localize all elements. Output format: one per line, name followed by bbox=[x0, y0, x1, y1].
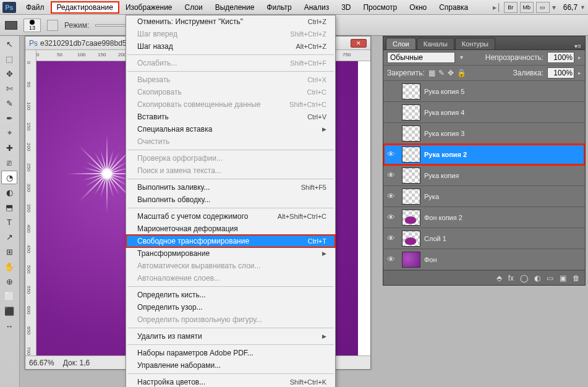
workspace-switcher[interactable]: ▾ bbox=[552, 3, 556, 12]
menu-просмотр[interactable]: Просмотр bbox=[357, 1, 403, 14]
tool-16[interactable]: ⊕ bbox=[1, 274, 17, 288]
tool-12[interactable]: T bbox=[1, 215, 17, 229]
menu-item[interactable]: Выполнить обводку... bbox=[126, 194, 335, 206]
tool-4[interactable]: ✎ bbox=[1, 96, 17, 110]
opacity-input[interactable]: 100% bbox=[547, 52, 574, 63]
lock-position-icon[interactable]: ✥ bbox=[448, 69, 454, 77]
menu-анализ[interactable]: Анализ bbox=[298, 1, 336, 14]
close-button[interactable]: ✕ bbox=[351, 39, 367, 48]
panel-tab-Каналы[interactable]: Каналы bbox=[417, 38, 454, 49]
menu-item[interactable]: Удалить из памяти bbox=[126, 330, 335, 342]
visibility-toggle[interactable]: 👁 bbox=[383, 213, 398, 222]
menu-изображение[interactable]: Изображение bbox=[119, 1, 179, 14]
tool-6[interactable]: ⌖ bbox=[1, 126, 17, 140]
link-layers-icon[interactable]: ⬘ bbox=[496, 274, 502, 283]
layer-row[interactable]: Рука копия 3 bbox=[383, 123, 585, 144]
visibility-toggle[interactable]: 👁 bbox=[383, 234, 398, 243]
menu-item[interactable]: Масштаб с учетом содержимогоAlt+Shift+Ct… bbox=[126, 210, 335, 223]
menu-item: Определить произвольную фигуру... bbox=[126, 313, 335, 326]
menu-item[interactable]: Определить кисть... bbox=[126, 289, 335, 301]
tool-1[interactable]: ⬚ bbox=[1, 52, 17, 66]
tool-14[interactable]: ⊞ bbox=[1, 245, 17, 258]
menu-item[interactable]: Свободное трансформированиеCtrl+T bbox=[126, 235, 335, 247]
visibility-toggle[interactable]: 👁 bbox=[383, 192, 398, 201]
tool-9[interactable]: ◔ bbox=[1, 171, 17, 184]
mask-icon[interactable]: ◯ bbox=[520, 274, 528, 283]
chevron-right-icon[interactable]: ▸ bbox=[578, 54, 581, 61]
layer-row[interactable]: 👁Фон bbox=[383, 249, 585, 270]
menu-item[interactable]: Наборы параметров Adobe PDF... bbox=[126, 347, 335, 359]
tool-11[interactable]: ⬒ bbox=[1, 200, 17, 214]
tool-preset[interactable] bbox=[5, 21, 17, 30]
tool-17[interactable]: ⬜ bbox=[1, 289, 17, 303]
bridge-button[interactable]: Br bbox=[504, 2, 518, 13]
layer-row[interactable]: 👁Слой 1 bbox=[383, 228, 585, 249]
chevron-right-icon[interactable]: ▸ bbox=[578, 70, 581, 76]
brush-preview[interactable]: 13 bbox=[23, 19, 41, 32]
menu-item[interactable]: Управление наборами... bbox=[126, 359, 335, 372]
menu-item[interactable]: Выполнить заливку...Shift+F5 bbox=[126, 181, 335, 194]
panel-tab-Контуры[interactable]: Контуры bbox=[455, 38, 495, 49]
menu-выделение[interactable]: Выделение bbox=[209, 1, 261, 14]
menu-3d[interactable]: 3D bbox=[335, 1, 357, 14]
status-zoom[interactable]: 66.67% bbox=[29, 359, 54, 367]
panel-menu-icon[interactable]: ▾≡ bbox=[571, 43, 585, 49]
lock-label: Закрепить: bbox=[387, 69, 425, 77]
group-icon[interactable]: ▭ bbox=[547, 274, 553, 283]
tool-15[interactable]: ✋ bbox=[1, 260, 17, 273]
brush-panel-toggle[interactable] bbox=[47, 20, 58, 31]
layer-row[interactable]: 👁Рука копия bbox=[383, 165, 585, 186]
panel-tab-Слои[interactable]: Слои bbox=[386, 38, 416, 49]
lock-transparency-icon[interactable]: ▦ bbox=[428, 69, 435, 77]
layer-row[interactable]: Рука копия 4 bbox=[383, 102, 585, 123]
tool-19[interactable]: ↔ bbox=[1, 319, 17, 333]
tool-18[interactable]: ⬛ bbox=[1, 304, 17, 318]
menu-item: Шаг впередShift+Ctrl+Z bbox=[126, 28, 335, 40]
menu-item[interactable]: Шаг назадAlt+Ctrl+Z bbox=[126, 40, 335, 53]
collapse-icon[interactable]: ▸│ bbox=[493, 3, 501, 12]
layer-name: Слой 1 bbox=[424, 235, 446, 242]
tool-8[interactable]: ⎚ bbox=[1, 156, 17, 169]
menu-окно[interactable]: Окно bbox=[403, 1, 433, 14]
lock-all-icon[interactable]: 🔒 bbox=[457, 69, 466, 77]
tool-13[interactable]: ↗ bbox=[1, 230, 17, 244]
layer-row[interactable]: Рука копия 5 bbox=[383, 81, 585, 102]
tool-5[interactable]: ✒ bbox=[1, 111, 17, 125]
tool-10[interactable]: ◐ bbox=[1, 185, 17, 199]
tool-0[interactable]: ↖ bbox=[1, 37, 17, 51]
lock-pixels-icon[interactable]: ✎ bbox=[438, 69, 445, 77]
visibility-toggle[interactable]: 👁 bbox=[383, 171, 398, 180]
visibility-toggle[interactable]: 👁 bbox=[383, 150, 398, 159]
blend-mode-select[interactable]: Обычные bbox=[387, 52, 455, 63]
tool-7[interactable]: ✚ bbox=[1, 141, 17, 155]
menu-фильтр[interactable]: Фильтр bbox=[260, 1, 297, 14]
tool-2[interactable]: ✥ bbox=[1, 67, 17, 80]
tool-3[interactable]: ✄ bbox=[1, 82, 17, 95]
screen-mode-button[interactable]: ▭ bbox=[536, 2, 550, 13]
layer-row[interactable]: 👁Рука копия 2 bbox=[383, 144, 585, 165]
menu-item[interactable]: Марионеточная деформация bbox=[126, 223, 335, 235]
fx-icon[interactable]: fx bbox=[508, 274, 514, 283]
menu-справка[interactable]: Справка bbox=[433, 1, 474, 14]
new-layer-icon[interactable]: ▣ bbox=[560, 274, 566, 283]
minibridge-button[interactable]: Mb bbox=[520, 2, 534, 13]
menu-item[interactable]: Настройка цветов...Shift+Ctrl+K bbox=[126, 376, 335, 387]
menu-слои[interactable]: Слои bbox=[179, 1, 209, 14]
layer-row[interactable]: 👁Фон копия 2 bbox=[383, 207, 585, 228]
menu-редактирование[interactable]: Редактирование bbox=[51, 1, 119, 14]
fill-input[interactable]: 100% bbox=[547, 67, 574, 79]
menu-item[interactable]: Отменить: Инструмент "Кисть"Ctrl+Z bbox=[126, 15, 335, 28]
layer-name: Фон копия 2 bbox=[424, 214, 462, 221]
menu-item[interactable]: Определить узор... bbox=[126, 301, 335, 313]
status-docinfo[interactable]: Док: 1,6 bbox=[63, 359, 90, 367]
layer-row[interactable]: 👁Рука bbox=[383, 186, 585, 207]
adjustment-icon[interactable]: ◐ bbox=[534, 274, 540, 283]
menu-item[interactable]: Специальная вставка bbox=[126, 123, 335, 135]
zoom-dropdown-icon[interactable]: ▼ bbox=[580, 4, 586, 11]
menu-item[interactable]: ВставитьCtrl+V bbox=[126, 111, 335, 123]
mode-label: Режим: bbox=[64, 21, 89, 30]
delete-layer-icon[interactable]: 🗑 bbox=[573, 274, 580, 283]
menu-файл[interactable]: Файл bbox=[20, 1, 51, 14]
menu-item[interactable]: Трансформирование bbox=[126, 247, 335, 260]
visibility-toggle[interactable]: 👁 bbox=[383, 255, 398, 264]
